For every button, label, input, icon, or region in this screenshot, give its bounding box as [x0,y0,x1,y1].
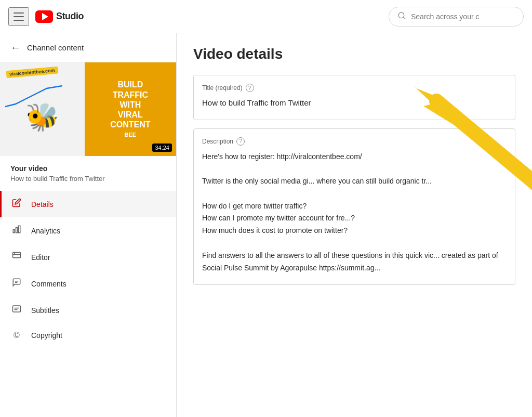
sidebar-item-details[interactable]: Details [0,191,176,217]
search-input[interactable] [411,12,515,21]
svg-rect-10 [13,306,21,312]
video-name-label: How to build Traffic from Twitter [10,175,166,183]
page-title: Video details [193,46,515,62]
header-left: Studio [8,7,84,26]
description-label-row: Description ? [202,137,507,146]
thumbnail-text: BUILD TRAFFIC WITH VIRAL CONTENT BEE [110,80,150,138]
play-triangle [42,13,48,20]
svg-point-0 [398,12,404,18]
menu-button[interactable] [8,7,29,26]
desc-line-3: How do I get more twitter traffic? [202,200,507,213]
description-label: Description [202,138,233,145]
description-help-icon[interactable]: ? [236,137,245,146]
search-icon [397,11,406,22]
thumbnail-inner: 🐝 viralcontentbee.com BUILD TRAFFIC WITH… [0,62,176,156]
sidebar-item-copyright[interactable]: © Copyright [0,323,176,347]
pencil-icon [10,198,23,210]
analytics-icon [10,225,23,237]
svg-rect-4 [19,226,20,233]
svg-rect-2 [13,229,15,233]
duration-badge: 34:24 [152,144,172,152]
copyright-label: Copyright [31,331,62,340]
video-thumbnail: 🐝 viralcontentbee.com BUILD TRAFFIC WITH… [0,62,176,156]
search-bar[interactable] [389,7,524,27]
your-video-section: Your video How to build Traffic from Twi… [0,156,176,187]
content-area: Video details Title (required) ? How to … [177,33,532,306]
sidebar-item-analytics[interactable]: Analytics [0,217,176,244]
sidebar-item-comments[interactable]: Comments [0,270,176,297]
content-wrapper: Video details Title (required) ? How to … [177,33,532,417]
back-button[interactable]: ← [10,42,21,54]
title-help-icon[interactable]: ? [246,84,254,92]
title-label-row: Title (required) ? [202,84,507,92]
desc-line-4: How can I promote my twitter account for… [202,212,507,225]
comments-label: Comments [31,280,66,288]
desc-line-2: Twitter is the only social media gi... w… [202,175,507,188]
youtube-icon [35,10,53,23]
main-layout: ← Channel content 🐝 viralcontentbee.com … [0,33,532,417]
comments-icon [10,278,23,290]
description-field-group: Description ? Here's how to register: ht… [193,128,515,285]
title-field-group: Title (required) ? How to build Traffic … [193,75,515,120]
bee-character: 🐝 [25,101,59,133]
title-label: Title (required) [202,84,243,92]
description-value[interactable]: Here's how to register: http://viralcont… [202,151,507,275]
sidebar-top: ← Channel content [0,33,176,62]
thumbnail-right: BUILD TRAFFIC WITH VIRAL CONTENT BEE 34:… [85,62,176,156]
logo[interactable]: Studio [35,10,84,23]
editor-icon [10,251,23,263]
subtitles-icon [10,304,23,316]
editor-label: Editor [31,253,50,262]
desc-line-5: How much does it cost to promote on twit… [202,225,507,237]
app-header: Studio [0,0,532,33]
studio-wordmark: Studio [56,11,84,22]
copyright-icon: © [10,331,23,340]
details-label: Details [31,200,54,208]
svg-line-1 [403,17,405,19]
sidebar: ← Channel content 🐝 viralcontentbee.com … [0,33,177,417]
your-video-label: Your video [10,164,166,173]
thumbnail-left: 🐝 viralcontentbee.com [0,62,85,156]
desc-line-6: Find answers to all the answers to all o… [202,250,507,275]
subtitles-label: Subtitles [31,306,59,315]
sidebar-item-subtitles[interactable]: Subtitles [0,297,176,323]
analytics-label: Analytics [31,227,60,235]
svg-rect-3 [16,227,18,233]
title-value[interactable]: How to build Traffic from Twitter [202,97,507,109]
desc-line-1: Here's how to register: http://viralcont… [202,151,507,163]
channel-content-label: Channel content [27,43,84,52]
sidebar-nav: Details Analytics Editor C [0,191,176,347]
sidebar-item-editor[interactable]: Editor [0,244,176,270]
